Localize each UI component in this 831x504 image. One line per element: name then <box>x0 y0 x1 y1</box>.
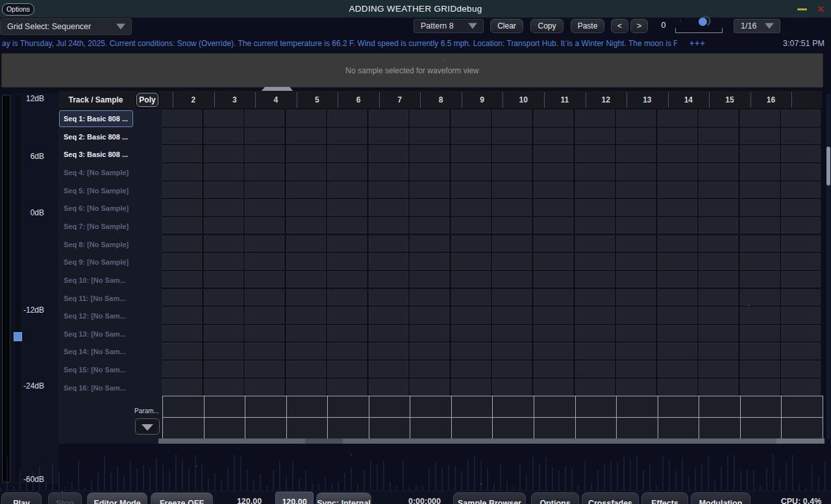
step-cell[interactable] <box>699 342 738 359</box>
step-cell[interactable] <box>781 110 821 126</box>
step-cell[interactable] <box>451 253 491 270</box>
step-cell[interactable] <box>451 379 491 396</box>
step-cell[interactable] <box>245 325 284 342</box>
horizontal-scrollbar-thumb[interactable] <box>305 438 343 444</box>
step-cell[interactable] <box>286 325 326 342</box>
track-row[interactable]: Seq 14: [No Sam... <box>59 343 133 360</box>
step-cell[interactable] <box>245 128 284 145</box>
step-cell[interactable] <box>162 145 202 162</box>
step-cell[interactable] <box>162 110 202 126</box>
step-cell[interactable] <box>410 379 449 396</box>
track-row[interactable]: Seq 13: [No Sam... <box>59 326 133 342</box>
step-cell[interactable] <box>245 145 284 162</box>
step-cell[interactable] <box>781 163 821 180</box>
step-cell[interactable] <box>204 289 243 306</box>
step-cell[interactable] <box>245 379 284 396</box>
swing-knob[interactable] <box>699 18 707 26</box>
step-cell[interactable] <box>369 307 408 324</box>
paste-button[interactable]: Paste <box>571 19 604 33</box>
step-cell[interactable] <box>245 361 284 378</box>
step-cell[interactable] <box>740 199 780 216</box>
step-cell[interactable] <box>575 110 615 126</box>
step-cell[interactable] <box>616 217 656 234</box>
track-row[interactable]: Seq 16: [No Sam... <box>59 379 133 396</box>
track-row[interactable]: Seq 12: [No Sam... <box>59 307 133 324</box>
step-cell[interactable] <box>740 271 780 288</box>
step-cell[interactable] <box>699 128 738 145</box>
track-row[interactable]: Seq 2: Basic 808 ... <box>59 128 133 145</box>
step-cell[interactable] <box>245 253 284 270</box>
rate-select-dropdown[interactable]: 1/16 <box>734 19 780 33</box>
step-cell[interactable] <box>410 307 449 324</box>
step-cell[interactable] <box>162 182 202 198</box>
step-cell[interactable] <box>616 289 656 306</box>
step-cell[interactable] <box>781 182 821 198</box>
step-cell[interactable] <box>658 253 697 270</box>
step-cell[interactable] <box>204 379 243 396</box>
step-cell[interactable] <box>781 128 821 145</box>
track-row[interactable]: Seq 4: [No Sample] <box>59 164 133 181</box>
step-cell[interactable] <box>534 289 573 306</box>
play-button[interactable]: Play <box>1 492 42 504</box>
step-cell[interactable] <box>492 128 532 145</box>
step-cell[interactable] <box>204 342 243 359</box>
step-cell[interactable] <box>740 289 780 306</box>
step-cell[interactable] <box>492 325 532 342</box>
poly-mode-button[interactable]: Poly <box>136 93 158 107</box>
step-cell[interactable] <box>575 325 615 342</box>
step-cell[interactable] <box>245 110 284 126</box>
step-cell[interactable] <box>286 110 326 126</box>
step-cell[interactable] <box>658 145 697 162</box>
step-cell[interactable] <box>286 163 326 180</box>
step-cell[interactable] <box>327 307 367 324</box>
step-cell[interactable] <box>162 361 202 378</box>
step-cell[interactable] <box>204 163 243 180</box>
step-cell[interactable] <box>699 253 738 270</box>
step-cell[interactable] <box>369 342 408 359</box>
step-cell[interactable] <box>740 163 780 180</box>
step-cell[interactable] <box>162 199 202 216</box>
volume-fader-handle[interactable] <box>14 332 22 341</box>
step-cell[interactable] <box>534 235 573 252</box>
step-cell[interactable] <box>658 128 697 145</box>
step-cell[interactable] <box>740 110 780 126</box>
step-cell[interactable] <box>534 271 573 288</box>
step-cell[interactable] <box>451 289 491 306</box>
step-cell[interactable] <box>781 307 821 324</box>
step-cell[interactable] <box>534 163 573 180</box>
step-cell[interactable] <box>410 342 449 359</box>
step-cell[interactable] <box>492 163 532 180</box>
step-cell[interactable] <box>575 307 615 324</box>
options-button[interactable]: Options <box>531 492 579 504</box>
step-cell[interactable] <box>699 163 738 180</box>
step-cell[interactable] <box>451 163 491 180</box>
step-cell[interactable] <box>451 361 491 378</box>
step-cell[interactable] <box>616 307 656 324</box>
track-row[interactable]: Seq 9: [No Sample] <box>59 254 133 270</box>
step-cell[interactable] <box>781 325 821 342</box>
step-cell[interactable] <box>781 289 821 306</box>
pattern-prev-button[interactable]: < <box>611 19 628 33</box>
step-cell[interactable] <box>658 379 697 396</box>
step-cell[interactable] <box>162 128 202 145</box>
step-cell[interactable] <box>451 182 491 198</box>
step-cell[interactable] <box>410 145 449 162</box>
step-cell[interactable] <box>575 128 615 145</box>
step-cell[interactable] <box>451 217 491 234</box>
step-cell[interactable] <box>286 342 326 359</box>
step-cell[interactable] <box>410 253 449 270</box>
step-cell[interactable] <box>327 163 367 180</box>
step-cell[interactable] <box>699 325 738 342</box>
step-cell[interactable] <box>492 271 532 288</box>
track-row[interactable]: Seq 8: [No Sample] <box>59 236 133 253</box>
step-cell[interactable] <box>286 182 326 198</box>
step-cell[interactable] <box>658 217 697 234</box>
editor-mode-button[interactable]: Editor Mode <box>87 492 147 504</box>
step-cell[interactable] <box>451 325 491 342</box>
step-cell[interactable] <box>162 163 202 180</box>
step-cell[interactable] <box>781 361 821 378</box>
minimize-icon[interactable] <box>797 8 807 10</box>
step-cell[interactable] <box>658 235 697 252</box>
step-cell[interactable] <box>575 289 615 306</box>
step-cell[interactable] <box>616 110 656 126</box>
